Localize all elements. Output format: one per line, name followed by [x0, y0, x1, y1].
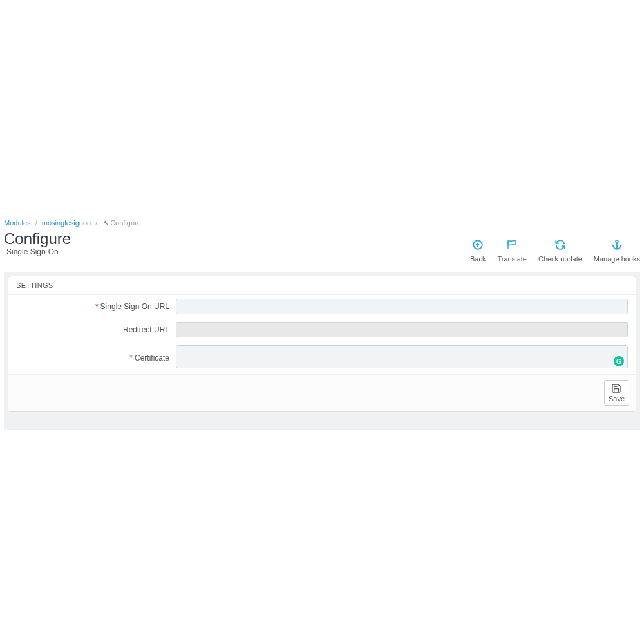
check-update-label: Check update [538, 255, 582, 263]
arrow-left-circle-icon [472, 238, 484, 251]
breadcrumb-modules[interactable]: Modules [4, 219, 31, 227]
certificate-input[interactable] [176, 345, 628, 368]
refresh-icon [554, 238, 566, 251]
redirect-url-label: Redirect URL [123, 325, 169, 334]
required-star: * [129, 354, 133, 363]
translate-label: Translate [497, 255, 526, 263]
anchor-icon [611, 238, 623, 251]
panel-heading: SETTINGS [8, 276, 636, 295]
page-subtitle: Single Sign-On [4, 247, 71, 256]
footer-strip [8, 412, 636, 426]
back-label: Back [470, 255, 486, 263]
breadcrumb-current: Configure [110, 219, 141, 227]
breadcrumb-sep: / [33, 219, 40, 227]
back-button[interactable]: Back [470, 238, 486, 263]
toolbar: Back Translate Check update Manage hooks [470, 231, 640, 263]
sso-url-label: Single Sign On URL [100, 302, 169, 311]
breadcrumb: Modules / mosinglesignon / Configure [4, 219, 640, 231]
manage-hooks-label: Manage hooks [594, 255, 640, 263]
redirect-url-input [176, 322, 628, 337]
sso-url-input[interactable] [176, 299, 628, 314]
required-star: * [95, 302, 99, 311]
breadcrumb-module-name[interactable]: mosinglesignon [42, 219, 91, 227]
grammarly-icon: G [614, 356, 624, 366]
check-update-button[interactable]: Check update [538, 238, 582, 263]
svg-point-1 [616, 240, 618, 243]
certificate-label: Certificate [135, 354, 169, 363]
flag-icon [506, 238, 518, 251]
manage-hooks-button[interactable]: Manage hooks [594, 238, 640, 263]
breadcrumb-sep: / [93, 219, 100, 227]
translate-button[interactable]: Translate [497, 238, 526, 263]
save-button[interactable]: Save [604, 380, 629, 406]
page-title: Configure [4, 231, 71, 247]
wrench-icon [102, 220, 110, 227]
save-label: Save [609, 395, 625, 402]
settings-panel: SETTINGS *Single Sign On URL Redirect UR… [8, 276, 636, 412]
